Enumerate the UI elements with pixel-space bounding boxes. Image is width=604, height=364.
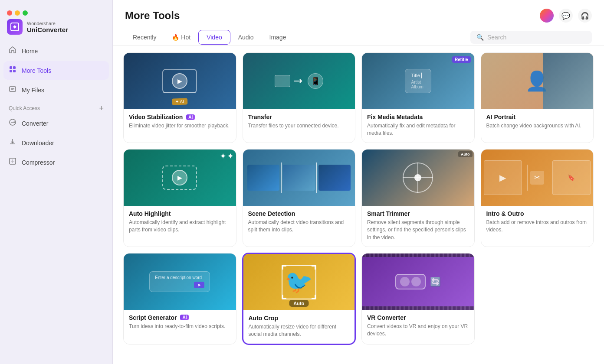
tool-title-video-stabilization: Video Stabilization AI xyxy=(129,114,231,120)
tool-thumb-script-generator: Enter a description word ➤ xyxy=(124,254,236,310)
tool-card-auto-crop[interactable]: 🐦 Auto Auto Crop Automatically r xyxy=(243,253,356,344)
tool-desc-auto-highlight: Automatically identify and extract highl… xyxy=(129,219,231,234)
tab-recently-label: Recently xyxy=(133,34,156,41)
tool-body-smart-trimmer: Smart Trimmer Remove silent segments thr… xyxy=(362,206,474,247)
play-icon: ▶ xyxy=(172,73,187,89)
sidebar-item-label: Converter xyxy=(22,120,48,127)
tab-hot[interactable]: 🔥 Hot xyxy=(164,29,198,45)
tool-title-ai-portrait: AI Portrait xyxy=(486,114,588,120)
tool-card-transfer[interactable]: 📱 Transfer Transfer files to your connec… xyxy=(243,52,356,143)
sidebar: Wondershare UniConverter Home More T xyxy=(0,0,113,364)
tool-desc-smart-trimmer: Remove silent segments through simple se… xyxy=(367,219,469,241)
quick-access-section: Quick Access + xyxy=(0,99,112,114)
tool-desc-auto-crop: Automatically resize video for different… xyxy=(249,323,350,338)
tool-body-auto-highlight: Auto Highlight Automatically identify an… xyxy=(124,206,236,239)
tool-thumb-auto-highlight: ▶ ✦ ✦ xyxy=(124,150,236,206)
tab-recently[interactable]: Recently xyxy=(125,29,164,45)
chat-button[interactable]: 💬 xyxy=(559,9,573,23)
sidebar-item-label: Downloader xyxy=(22,140,54,146)
tool-desc-intro-outro: Batch add or remove intros and outros fr… xyxy=(486,219,588,234)
tool-thumb-transfer: 📱 xyxy=(243,53,355,109)
sidebar-item-my-files[interactable]: My Files xyxy=(3,81,109,99)
tool-body-auto-crop: Auto Crop Automatically resize video for… xyxy=(243,310,355,344)
more-tools-icon xyxy=(9,65,16,75)
tool-card-fix-media-metadata[interactable]: Title ▏ Artist Album Retitle Fix Media M… xyxy=(361,52,475,143)
sidebar-item-downloader[interactable]: Downloader xyxy=(3,133,109,152)
user-avatar[interactable] xyxy=(540,9,554,23)
tool-title-auto-highlight: Auto Highlight xyxy=(129,210,231,217)
app-header: Wondershare UniConverter xyxy=(0,17,112,42)
ai-badge: AI xyxy=(180,315,189,320)
tool-title-smart-trimmer: Smart Trimmer xyxy=(367,210,469,217)
sidebar-item-label: Home xyxy=(22,48,38,55)
converter-icon xyxy=(9,118,16,128)
tab-hot-emoji: 🔥 xyxy=(172,34,179,41)
sidebar-item-label: My Files xyxy=(22,87,44,94)
tool-body-vr-converter: VR Converter Convert videos to VR and en… xyxy=(362,310,474,343)
search-input[interactable] xyxy=(487,34,586,41)
tab-audio-label: Audio xyxy=(238,34,254,41)
tool-desc-scene-detection: Automatically detect video transitions a… xyxy=(248,219,350,234)
search-icon: 🔍 xyxy=(476,34,484,41)
headphones-button[interactable]: 🎧 xyxy=(578,9,592,23)
tool-card-smart-trimmer[interactable]: Auto Smart Trimmer Remove silent segment… xyxy=(361,149,475,247)
tab-hot-label: Hot xyxy=(181,34,190,41)
app-title-label: UniConverter xyxy=(27,26,68,33)
quick-access-add-button[interactable]: + xyxy=(99,104,104,112)
svg-rect-3 xyxy=(10,70,12,72)
tool-card-scene-detection[interactable]: Scene Detection Automatically detect vid… xyxy=(243,149,356,247)
search-bar: 🔍 xyxy=(470,31,592,44)
sidebar-item-more-tools[interactable]: More Tools xyxy=(3,61,109,80)
header-icons: 💬 🎧 xyxy=(540,9,592,23)
tool-desc-transfer: Transfer files to your connected device. xyxy=(248,122,350,130)
tool-body-intro-outro: Intro & Outro Batch add or remove intros… xyxy=(481,206,594,239)
tool-thumb-smart-trimmer: Auto xyxy=(362,150,474,206)
svg-rect-4 xyxy=(13,70,16,72)
svg-rect-2 xyxy=(13,66,16,69)
tab-image-label: Image xyxy=(269,34,286,41)
tool-thumb-intro-outro: ▶ ✂ 🔖 xyxy=(481,150,594,206)
play-icon: ▶ xyxy=(172,170,187,185)
minimize-button[interactable] xyxy=(15,10,20,16)
tool-card-intro-outro[interactable]: ▶ ✂ 🔖 Intro & Outro Batch add o xyxy=(481,149,594,247)
tools-grid-container: ▶ ✦ AI Video Stabilization AI Eliminate … xyxy=(113,46,604,364)
sidebar-item-home[interactable]: Home xyxy=(3,42,109,60)
tool-title-intro-outro: Intro & Outro xyxy=(486,210,588,217)
svg-rect-5 xyxy=(10,87,16,91)
tool-card-vr-converter[interactable]: 🔄 VR Converter Convert videos to VR and … xyxy=(361,253,475,344)
tool-thumb-fix-media-metadata: Title ▏ Artist Album Retitle xyxy=(362,53,474,109)
tab-video[interactable]: Video xyxy=(198,30,230,45)
tool-card-video-stabilization[interactable]: ▶ ✦ AI Video Stabilization AI Eliminate … xyxy=(123,52,236,143)
close-button[interactable] xyxy=(7,10,12,16)
compressor-icon xyxy=(9,157,16,167)
app-brand-label: Wondershare xyxy=(27,21,68,26)
home-icon xyxy=(9,46,16,56)
tool-desc-ai-portrait: Batch change video backgrounds with AI. xyxy=(486,122,588,130)
tab-audio[interactable]: Audio xyxy=(230,29,262,45)
svg-rect-1 xyxy=(10,66,12,69)
tool-card-auto-highlight[interactable]: ▶ ✦ ✦ Auto Highlight Automatically ident… xyxy=(123,149,236,247)
sidebar-item-compressor[interactable]: Compressor xyxy=(3,153,109,172)
tabs-row: Recently 🔥 Hot Video Audio Image 🔍 xyxy=(125,29,592,45)
maximize-button[interactable] xyxy=(23,10,28,16)
tab-image[interactable]: Image xyxy=(262,29,294,45)
tool-thumb-ai-portrait: 👤 xyxy=(481,53,594,109)
sidebar-item-label: Compressor xyxy=(22,159,55,166)
tool-desc-video-stabilization: Eliminate video jitter for smoother play… xyxy=(129,122,231,130)
sidebar-item-label: More Tools xyxy=(22,67,51,74)
tool-title-auto-crop: Auto Crop xyxy=(249,315,350,322)
tool-card-script-generator[interactable]: Enter a description word ➤ Script Genera… xyxy=(123,253,236,344)
quick-access-nav: Converter Downloader Compressor xyxy=(0,114,112,172)
tool-desc-fix-media-metadata: Automatically fix and edit metadata for … xyxy=(367,122,469,137)
tool-thumb-scene-detection xyxy=(243,150,355,206)
sidebar-nav: Home More Tools My Files xyxy=(0,42,112,99)
tool-title-scene-detection: Scene Detection xyxy=(248,210,350,217)
my-files-icon xyxy=(9,85,16,95)
page-title-row: More Tools 💬 🎧 xyxy=(125,9,592,23)
sidebar-item-converter[interactable]: Converter xyxy=(3,114,109,133)
app-name: Wondershare UniConverter xyxy=(27,21,68,33)
app-logo xyxy=(7,19,23,35)
tool-card-ai-portrait[interactable]: 👤 AI Portrait Batch change video backgro… xyxy=(481,52,594,143)
quick-access-label: Quick Access xyxy=(9,105,40,111)
tool-body-script-generator: Script Generator AI Turn ideas into read… xyxy=(124,310,236,335)
